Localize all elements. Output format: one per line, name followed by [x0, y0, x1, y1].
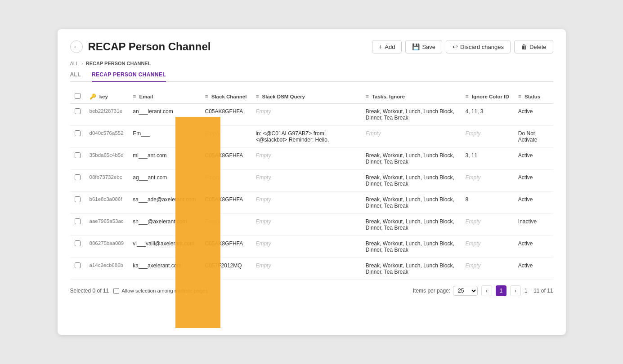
- row-key: 35bda65c4b5d: [85, 148, 129, 170]
- footer-left: Selected 0 of 11 Allow selection among m…: [70, 288, 208, 294]
- save-icon: 💾: [412, 43, 420, 50]
- row-email: ag___ant.com: [128, 170, 200, 192]
- col-email-label: Email: [139, 94, 153, 99]
- row-ignore-color-id: Empty: [461, 236, 514, 258]
- breadcrumb-all[interactable]: ALL: [70, 61, 79, 66]
- select-all-checkbox[interactable]: [75, 93, 81, 99]
- row-status: Active: [514, 104, 553, 126]
- row-checkbox-cell[interactable]: [70, 192, 85, 214]
- row-ignore-color-id: Empty: [461, 170, 514, 192]
- row-slack-dsm-query: in: <@C01ALG97ABZ> from:<@slackbot> Remi…: [251, 126, 361, 148]
- row-email: Em___: [128, 126, 200, 148]
- color-col-icon: ≡: [466, 93, 469, 100]
- row-checkbox-cell[interactable]: [70, 236, 85, 258]
- row-ignore-color-id: 3, 11: [461, 148, 514, 170]
- select-all-header[interactable]: [70, 89, 85, 104]
- col-slack-channel-label: Slack Channel: [211, 94, 247, 99]
- row-slack-channel: Empty: [201, 170, 251, 192]
- col-header-status[interactable]: ≡ Status: [514, 89, 553, 104]
- row-tasks-ignore: Break, Workout, Lunch, Lunch Block, Dinn…: [361, 170, 461, 192]
- row-key: d040c576a552: [85, 126, 129, 148]
- col-header-ignore-color-id[interactable]: ≡ Ignore Color ID: [461, 89, 514, 104]
- row-status: Active: [514, 236, 553, 258]
- add-label: Add: [385, 44, 395, 50]
- table-row: b61e8c3a086f sa___ade@axelerant.com C05A…: [70, 192, 553, 214]
- row-slack-dsm-query: Empty: [251, 258, 361, 280]
- tab-recap-person-channel[interactable]: RECAP PERSON CHANNEL: [92, 68, 166, 82]
- row-status: Do Not Activate: [514, 126, 553, 148]
- header-left: ← RECAP Person Channel: [70, 40, 211, 53]
- tab-all[interactable]: ALL: [70, 68, 81, 82]
- row-slack-dsm-query: Empty: [251, 170, 361, 192]
- row-checkbox[interactable]: [75, 196, 81, 202]
- breadcrumb-separator: ›: [81, 61, 83, 66]
- row-email: sa___ade@axelerant.com: [128, 192, 200, 214]
- row-checkbox-cell[interactable]: [70, 170, 85, 192]
- footer-right: Items per page: 25 50 100 ‹ 1 › 1 – 11 o…: [413, 285, 553, 296]
- row-slack-channel: C05AK8GFHFA: [201, 104, 251, 126]
- row-status: Active: [514, 192, 553, 214]
- ipp-select[interactable]: 25 50 100: [453, 286, 478, 296]
- row-checkbox-cell[interactable]: [70, 104, 85, 126]
- table-row: beb22f28731e an___lerant.com C05AK8GFHFA…: [70, 104, 553, 126]
- col-header-email[interactable]: ≡ Email: [128, 89, 200, 104]
- row-slack-channel: C057F2012MQ: [201, 258, 251, 280]
- row-email: ka___axelerant.com: [128, 258, 200, 280]
- row-key: a14c2ecb686b: [85, 258, 129, 280]
- discard-label: Discard changes: [460, 44, 504, 50]
- tasks-col-icon: ≡: [366, 93, 369, 100]
- save-button[interactable]: 💾 Save: [405, 40, 442, 53]
- col-header-tasks-ignore[interactable]: ≡ Tasks, Ignore: [361, 89, 461, 104]
- page-title: RECAP Person Channel: [88, 40, 211, 53]
- discard-button[interactable]: ↩ Discard changes: [446, 40, 511, 53]
- back-button[interactable]: ←: [70, 40, 83, 53]
- row-slack-dsm-query: Empty: [251, 192, 361, 214]
- row-slack-dsm-query: Empty: [251, 104, 361, 126]
- allow-multi-text: Allow selection among multiple pages: [121, 288, 208, 293]
- data-table: 🔑 key ≡ Email ≡ Slack Channel ≡ Slack DS…: [70, 89, 553, 280]
- row-checkbox[interactable]: [75, 152, 81, 158]
- allow-multi-checkbox[interactable]: [113, 288, 119, 294]
- tabs-row: ALL RECAP PERSON CHANNEL: [70, 68, 553, 82]
- add-button[interactable]: + Add: [372, 40, 402, 53]
- col-header-slack-dsm-query[interactable]: ≡ Slack DSM Query: [251, 89, 361, 104]
- table-row: 35bda65c4b5d mi___ant.com C05AK8GFHFA Em…: [70, 148, 553, 170]
- col-header-slack-channel[interactable]: ≡ Slack Channel: [201, 89, 251, 104]
- row-ignore-color-id: 4, 11, 3: [461, 104, 514, 126]
- row-slack-channel: Empty: [201, 126, 251, 148]
- col-status-label: Status: [524, 94, 540, 99]
- row-key: beb22f28731e: [85, 104, 129, 126]
- row-slack-dsm-query: Empty: [251, 214, 361, 236]
- col-tasks-label: Tasks, Ignore: [372, 94, 405, 99]
- col-color-label: Ignore Color ID: [472, 94, 509, 99]
- row-status: Inactive: [514, 214, 553, 236]
- row-tasks-ignore: Break, Workout, Lunch, Lunch Block, Dinn…: [361, 214, 461, 236]
- row-checkbox-cell[interactable]: [70, 148, 85, 170]
- row-slack-channel: Empty: [201, 214, 251, 236]
- prev-page-button[interactable]: ‹: [481, 285, 492, 296]
- row-key: aae7965a53ac: [85, 214, 129, 236]
- discard-icon: ↩: [453, 43, 458, 50]
- row-checkbox[interactable]: [75, 108, 81, 114]
- row-checkbox-cell[interactable]: [70, 126, 85, 148]
- row-key: 08fb73732ebc: [85, 170, 129, 192]
- row-checkbox-cell[interactable]: [70, 214, 85, 236]
- col-header-key[interactable]: 🔑 key: [85, 89, 129, 104]
- row-checkbox[interactable]: [75, 130, 81, 136]
- row-slack-dsm-query: Empty: [251, 148, 361, 170]
- row-checkbox[interactable]: [75, 262, 81, 268]
- current-page-button[interactable]: 1: [496, 285, 506, 296]
- row-email: mi___ant.com: [128, 148, 200, 170]
- row-checkbox[interactable]: [75, 174, 81, 180]
- row-checkbox[interactable]: [75, 240, 81, 246]
- header-row: ← RECAP Person Channel + Add 💾 Save ↩ Di…: [70, 40, 553, 53]
- table-wrapper: 🔑 key ≡ Email ≡ Slack Channel ≡ Slack DS…: [70, 89, 553, 280]
- row-slack-channel: C05AK8GFHFA: [201, 192, 251, 214]
- next-page-button[interactable]: ›: [510, 285, 521, 296]
- allow-multi-label[interactable]: Allow selection among multiple pages: [113, 288, 208, 294]
- delete-button[interactable]: 🗑 Delete: [514, 40, 553, 53]
- row-checkbox-cell[interactable]: [70, 258, 85, 280]
- add-icon: +: [379, 43, 382, 50]
- row-checkbox[interactable]: [75, 218, 81, 224]
- save-label: Save: [422, 44, 435, 50]
